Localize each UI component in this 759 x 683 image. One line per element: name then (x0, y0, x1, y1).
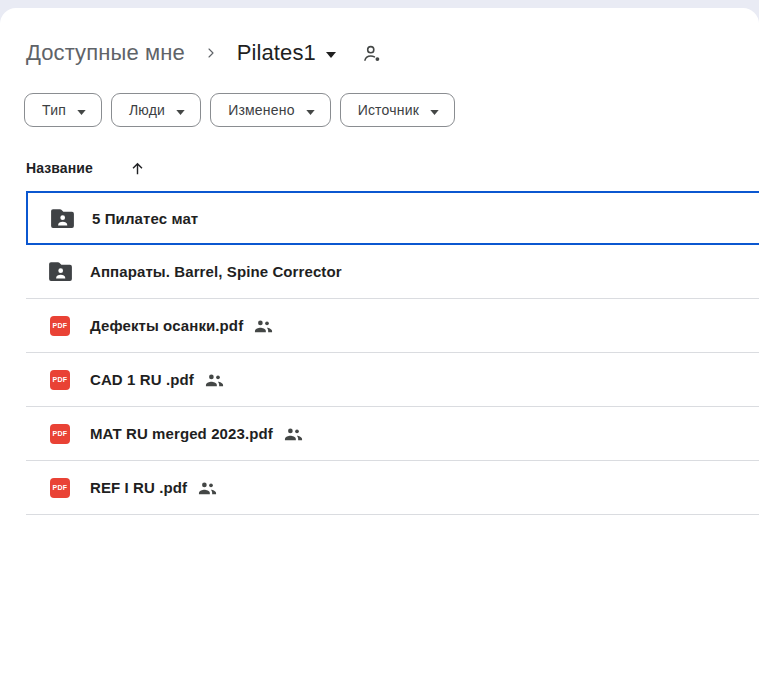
pdf-icon: PDF (48, 316, 72, 336)
chevron-right-icon (203, 45, 219, 61)
folder-shared-people-icon[interactable] (362, 43, 383, 64)
filter-chip-modified-label: Изменено (228, 102, 295, 118)
name-column-header: Название (26, 160, 93, 176)
folder-name: 5 Пилатес мат (92, 210, 198, 227)
file-name: Дефекты осанки.pdf (90, 317, 243, 334)
filter-chip-people[interactable]: Люди (111, 93, 201, 127)
pdf-badge: PDF (50, 424, 70, 444)
breadcrumb: Доступные мне Pilates1 (0, 8, 759, 66)
folder-row[interactable]: Аппараты. Barrel, Spine Corrector (26, 245, 759, 299)
folder-name: Аппараты. Barrel, Spine Corrector (90, 263, 342, 280)
group-icon (254, 319, 273, 333)
filter-chip-bar: Тип Люди Изменено Источник (24, 93, 759, 127)
file-list: 5 Пилатес мат Аппараты. Barrel, Spine Co… (26, 191, 759, 515)
shared-folder-icon (50, 209, 74, 228)
filter-chip-modified[interactable]: Изменено (210, 93, 331, 127)
file-row[interactable]: PDF MAT RU merged 2023.pdf (26, 407, 759, 461)
arrow-up-icon (129, 160, 146, 177)
file-row[interactable]: PDF CAD 1 RU .pdf (26, 353, 759, 407)
pdf-icon: PDF (48, 370, 72, 390)
filter-chip-source-label: Источник (358, 102, 419, 118)
pdf-badge: PDF (50, 316, 70, 336)
pdf-badge: PDF (50, 370, 70, 390)
group-icon (284, 427, 303, 441)
breadcrumb-shared-with-me-link[interactable]: Доступные мне (26, 40, 185, 66)
shared-folder-icon (48, 262, 72, 281)
filter-chip-source[interactable]: Источник (340, 93, 455, 127)
group-icon (205, 373, 224, 387)
group-icon (198, 481, 217, 495)
pdf-icon: PDF (48, 478, 72, 498)
filter-chip-type-label: Тип (42, 102, 66, 118)
pdf-badge: PDF (50, 478, 70, 498)
dropdown-triangle-icon (77, 101, 86, 119)
pdf-icon: PDF (48, 424, 72, 444)
file-row[interactable]: PDF REF I RU .pdf (26, 461, 759, 515)
breadcrumb-current-folder-menu[interactable]: Pilates1 (237, 40, 336, 66)
dropdown-triangle-icon (430, 101, 439, 119)
folder-row[interactable]: 5 Пилатес мат (26, 191, 759, 245)
file-row[interactable]: PDF Дефекты осанки.pdf (26, 299, 759, 353)
filter-chip-people-label: Люди (129, 102, 165, 118)
dropdown-triangle-icon (176, 101, 185, 119)
breadcrumb-current-folder: Pilates1 (237, 40, 316, 66)
file-name: MAT RU merged 2023.pdf (90, 425, 273, 442)
dropdown-triangle-icon (306, 101, 315, 119)
file-name: CAD 1 RU .pdf (90, 371, 194, 388)
drive-content-panel: Доступные мне Pilates1 Тип Люди (0, 8, 759, 683)
dropdown-triangle-icon (326, 44, 336, 62)
sort-by-name-header[interactable]: Название (26, 158, 759, 178)
filter-chip-type[interactable]: Тип (24, 93, 102, 127)
file-name: REF I RU .pdf (90, 479, 187, 496)
